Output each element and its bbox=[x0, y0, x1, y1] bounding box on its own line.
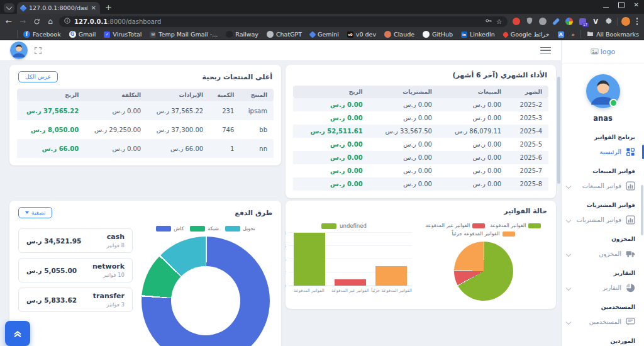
bookmark-temp-mail[interactable]: ✉Temp Mail Gmail -... bbox=[150, 31, 218, 38]
bookmark-linkedin[interactable]: inLinkedIn bbox=[461, 31, 495, 38]
bookmark-label: Gemini bbox=[318, 31, 339, 38]
shield-extension[interactable] bbox=[526, 18, 534, 26]
sidebar-item-users[interactable]: المستخدمين bbox=[562, 313, 644, 330]
bookmarks-overflow-icon[interactable]: » bbox=[572, 31, 575, 38]
sidebar-item-reports[interactable]: التقارير bbox=[562, 279, 644, 296]
table-cell: nn bbox=[240, 139, 274, 158]
logo[interactable]: logo bbox=[562, 40, 644, 64]
chatgpt-icon bbox=[267, 31, 274, 38]
tab-close-icon[interactable]: ✕ bbox=[91, 5, 96, 11]
view-all-button[interactable]: عرض الكل bbox=[18, 71, 58, 82]
apps-grid-icon[interactable] bbox=[5, 31, 11, 38]
payment-method-count: 3 فواتير bbox=[93, 301, 125, 308]
bookmark-github[interactable]: GitHub bbox=[423, 31, 453, 38]
privacy-extension[interactable] bbox=[539, 18, 547, 26]
bookmark-gmail[interactable]: GGmail bbox=[69, 31, 96, 38]
legend-swatch bbox=[156, 226, 171, 232]
header-user-avatar[interactable] bbox=[10, 42, 28, 59]
pen-extension[interactable] bbox=[552, 18, 560, 26]
table-cell: 0.00 ر.س bbox=[293, 138, 369, 151]
maximize-button[interactable] bbox=[618, 2, 625, 8]
minimize-button[interactable] bbox=[603, 7, 609, 8]
claude-icon bbox=[384, 31, 391, 38]
address-bar[interactable]: 127.0.0.1:8000/dashboard ☆ bbox=[59, 16, 508, 27]
bookmark-facebook[interactable]: fFacebook bbox=[23, 31, 61, 38]
bookmark-claude[interactable]: Claude bbox=[384, 31, 414, 38]
table-cell: 0.00 ر.س bbox=[369, 98, 438, 111]
google-extension[interactable] bbox=[565, 18, 574, 26]
bookmark-railway[interactable]: Railway bbox=[226, 31, 258, 38]
sidebar-item-label: فواتير المبيعات bbox=[582, 182, 621, 189]
reload-icon[interactable] bbox=[31, 18, 42, 25]
legend-item: شبكة bbox=[190, 226, 219, 232]
user-avatar[interactable] bbox=[586, 74, 620, 108]
bookmark-translate[interactable]: Aترجمة bbox=[558, 31, 566, 38]
filter-button[interactable]: تصفية bbox=[18, 207, 52, 218]
bookmark-gemini[interactable]: Gemini bbox=[310, 31, 339, 38]
sidebar-item-purchase-invoices[interactable]: فواتير المشتريات bbox=[562, 211, 644, 228]
table-row: 2025-60.00 ر.س0.00 ر.س0.00 ر.س bbox=[293, 151, 548, 164]
adblock-extension[interactable] bbox=[513, 18, 521, 26]
shield-extension-glyph bbox=[526, 17, 533, 26]
all-bookmarks-button[interactable]: All Bookmarks bbox=[587, 30, 639, 38]
chevron-down-icon bbox=[566, 183, 571, 188]
payment-method-name: transfer bbox=[93, 292, 125, 300]
bar-legend: undefined bbox=[286, 223, 412, 229]
column-header: المبيعات bbox=[438, 86, 508, 98]
table-cell: 0.00 ر.س bbox=[438, 138, 508, 151]
v-extension-glyph: V bbox=[593, 18, 598, 25]
downloader-extension[interactable]: 17 bbox=[579, 18, 587, 26]
column-header: الكمية bbox=[209, 89, 240, 101]
legend-label: الفواتير المدفوعة جزئياً bbox=[452, 231, 499, 237]
sidebar-item-sales-invoices[interactable]: فواتير المبيعات bbox=[562, 177, 644, 194]
scrollbar-thumb[interactable] bbox=[557, 77, 560, 184]
profile-avatar[interactable] bbox=[621, 17, 630, 26]
password-key-icon[interactable] bbox=[485, 17, 492, 26]
column-header: الإيرادات bbox=[147, 89, 209, 101]
browser-titlebar: 127.0.0.1:8000/dashboard ✕ + ✕ bbox=[0, 0, 644, 14]
forward-icon[interactable]: → bbox=[18, 18, 28, 25]
close-button[interactable]: ✕ bbox=[634, 2, 639, 8]
fullscreen-icon[interactable] bbox=[34, 47, 42, 55]
chevron-down-icon bbox=[566, 285, 571, 290]
sidebar-scrollbar[interactable] bbox=[641, 185, 643, 235]
table-cell: 0.00 ر.س bbox=[369, 138, 438, 151]
new-tab-button[interactable]: + bbox=[105, 3, 112, 12]
translate-icon: A bbox=[558, 31, 564, 38]
chevron-down-icon bbox=[566, 217, 571, 222]
sidebar-nav: برنامج الفواتيرالرئيسيةفواتير المبيعاتفو… bbox=[562, 126, 644, 346]
bookmark-v0-dev[interactable]: v0v0 dev bbox=[347, 31, 376, 38]
grid-icon bbox=[626, 147, 635, 157]
bookmark-label: Google خرائط bbox=[511, 31, 550, 38]
scroll-to-top-button[interactable] bbox=[5, 321, 30, 346]
sidebar-user: anas bbox=[562, 64, 644, 123]
bookmark-virustotal[interactable]: ✓VirusTotal bbox=[104, 31, 142, 38]
pie-graphic bbox=[454, 242, 513, 301]
bookmark-chatgpt[interactable]: ChatGPT bbox=[267, 31, 302, 38]
tab-search-button[interactable] bbox=[4, 3, 14, 13]
v-extension[interactable]: V bbox=[592, 18, 600, 26]
chevron-down-icon bbox=[6, 4, 13, 10]
card-title: حالة الفواتير bbox=[504, 207, 547, 215]
browser-menu-icon[interactable] bbox=[634, 18, 641, 25]
sidebar-item-inventory[interactable]: المخزون bbox=[562, 245, 644, 262]
nav-section-label: فواتير المشتريات bbox=[562, 194, 644, 211]
legend-swatch bbox=[190, 226, 205, 232]
home-icon[interactable]: ⌂ bbox=[45, 18, 55, 25]
back-icon[interactable]: ← bbox=[4, 18, 14, 25]
table-row: 2025-50.00 ر.س0.00 ر.س0.00 ر.س bbox=[293, 138, 548, 151]
browser-tab[interactable]: 127.0.0.1:8000/dashboard ✕ bbox=[17, 2, 100, 14]
legend-label: الفواتير المدفوعة bbox=[490, 223, 526, 228]
table-cell: 66.00 ر.س bbox=[17, 139, 85, 158]
bookmark-star-icon[interactable]: ☆ bbox=[496, 18, 502, 25]
sidebar-item-home[interactable]: الرئيسية bbox=[562, 143, 644, 160]
content-scrollbar[interactable] bbox=[557, 65, 560, 344]
bookmark-google-maps[interactable]: Google خرائط bbox=[503, 31, 550, 38]
dashboard-page: logo anas برنامج الفواتيرالرئيسيةفواتير … bbox=[0, 40, 644, 346]
hamburger-menu-icon[interactable] bbox=[540, 47, 551, 54]
extensions-puzzle-icon[interactable] bbox=[605, 18, 613, 26]
truck-icon bbox=[626, 249, 635, 259]
table-cell: 746 bbox=[209, 120, 240, 139]
site-info-icon[interactable] bbox=[64, 18, 70, 26]
pie-legend: الفواتير المدفوعةالفواتير غير المدفوعةال… bbox=[424, 223, 543, 237]
